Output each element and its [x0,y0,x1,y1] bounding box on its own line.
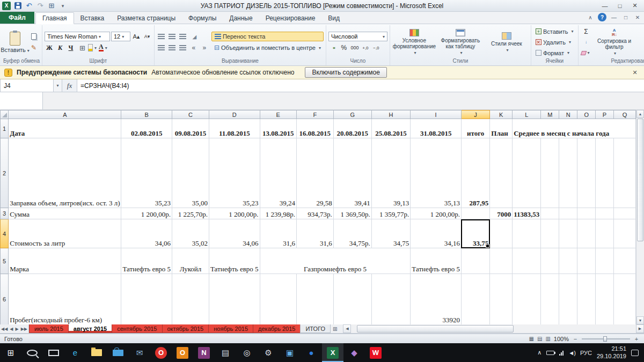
name-box[interactable]: J4 [0,79,54,92]
word-icon[interactable]: W [365,343,386,362]
ribbon-tab-Данные[interactable]: Данные [223,13,259,24]
cell[interactable] [209,274,260,325]
sheet-tab-октябрь 2015[interactable]: октябрь 2015 [162,324,209,333]
cell[interactable] [461,274,489,325]
cell[interactable] [577,208,596,219]
cell[interactable] [596,138,614,208]
cell[interactable]: 20.08.2015 [333,119,371,138]
font-color-button[interactable] [98,43,108,53]
cell[interactable]: 1 200,00р. [411,208,462,219]
workbook-minimize-button[interactable] [610,13,618,21]
sheet-tab-август 2015[interactable]: август 2015 [68,324,112,333]
cell[interactable]: 934,73р. [296,208,333,219]
cell[interactable] [490,138,513,208]
cell[interactable]: 09.08.2015 [172,119,209,138]
edge-icon[interactable]: e [64,343,86,362]
app-purple-icon[interactable]: ◆ [343,343,365,362]
cell[interactable] [596,219,614,248]
row-header-2[interactable]: 2 [1,138,9,208]
align-left-button[interactable] [157,43,166,53]
delete-cells-button[interactable]: Удалить [533,38,576,47]
cell[interactable]: 34,06 [209,219,260,248]
cell[interactable] [490,274,513,325]
cell[interactable] [260,274,296,325]
settings-icon[interactable]: ⚙ [258,343,279,362]
cell[interactable]: 9729,68 [461,208,489,219]
qat-customize-button[interactable] [58,2,67,10]
cell[interactable]: 34,75р. [333,219,371,248]
cell[interactable] [596,248,614,274]
increase-indent-button[interactable] [200,43,209,53]
cell[interactable]: Среднее в месяц с начала года [513,119,636,138]
cell[interactable]: 13.08.2015 [260,119,296,138]
col-header-G[interactable]: G [333,110,371,119]
cell[interactable] [577,219,596,248]
cell[interactable]: 02.08.2015 [121,119,172,138]
row-header-5[interactable]: 5 [1,248,9,274]
col-header-O[interactable]: O [577,110,596,119]
cell[interactable]: 39,13 [371,138,411,208]
ribbon-tab-Формулы[interactable]: Формулы [182,13,223,24]
onenote-icon[interactable]: N [193,343,215,362]
cell[interactable]: 31.08.2015 [411,119,462,138]
ribbon-tab-Рецензирование[interactable]: Рецензирование [259,13,322,24]
cell[interactable]: Стоимость за литр [9,219,121,248]
col-header-J[interactable]: J [461,110,489,119]
cell[interactable]: 31,6 [296,219,333,248]
task-view-icon[interactable] [43,343,64,362]
vertical-scroll-thumb[interactable] [637,119,643,241]
align-bottom-button[interactable] [178,32,188,41]
cell[interactable]: 39,24 [260,138,296,208]
cell[interactable] [613,274,635,325]
orientation-button[interactable] [189,32,199,41]
conditional-formatting-button[interactable]: Условное форматирование [392,26,436,58]
cell[interactable]: 1 200,00р. [121,208,172,219]
language-indicator[interactable]: РУС [580,350,592,356]
cell[interactable]: Пробег(исходный пробег-6 км) [9,274,121,325]
zoom-level[interactable]: 100% [554,336,569,342]
italic-button[interactable]: К [55,43,65,53]
scroll-left-icon[interactable]: ◀ [343,324,351,333]
message-bar-close-icon[interactable] [630,69,640,76]
cell[interactable] [461,248,489,274]
scroll-down-icon[interactable]: ▼ [636,316,644,324]
align-top-button[interactable] [157,32,166,41]
cell[interactable]: 35,02 [172,219,209,248]
clear-button[interactable] [581,48,590,58]
redo-button[interactable] [36,2,45,10]
cell[interactable]: 29,58 [296,138,333,208]
col-header-M[interactable]: M [541,110,559,119]
cell[interactable] [559,208,577,219]
cell[interactable] [371,274,411,325]
cell[interactable]: 35,00 [172,138,209,208]
cell[interactable]: 1 359,77р. [371,208,411,219]
row-header-1[interactable]: 1 [1,119,9,138]
cell[interactable] [333,274,371,325]
align-right-button[interactable] [178,43,188,53]
insert-worksheet-icon[interactable] [330,324,340,333]
cell[interactable]: 1 369,50р. [333,208,371,219]
scroll-up-icon[interactable]: ▲ [636,110,644,118]
find-select-button[interactable]: Найти и выделить [639,26,644,58]
cell[interactable]: Татнефть евро 5 [411,248,462,274]
percent-format-button[interactable] [339,43,349,53]
search-icon[interactable] [21,343,43,362]
col-header-Q[interactable]: Q [613,110,635,119]
photos-icon[interactable]: ▣ [279,343,301,362]
decrease-font-button[interactable] [142,32,152,41]
col-header-P[interactable]: P [596,110,614,119]
decrease-decimal-button[interactable] [371,43,381,53]
cell[interactable] [541,208,559,219]
col-header-C[interactable]: C [172,110,209,119]
cell[interactable] [121,274,172,325]
cell[interactable]: 34,75 [371,219,411,248]
increase-decimal-button[interactable] [361,43,370,53]
cell[interactable] [613,208,635,219]
horizontal-scroll-thumb[interactable] [357,325,514,333]
cell[interactable] [577,248,596,274]
cell[interactable]: 1 225,70р. [172,208,209,219]
ribbon-tab-Разметка страницы[interactable]: Разметка страницы [111,13,182,24]
align-middle-button[interactable] [167,32,177,41]
page-layout-view-icon[interactable]: ▤ [537,336,542,342]
cell[interactable]: 1 200,00р. [209,208,260,219]
